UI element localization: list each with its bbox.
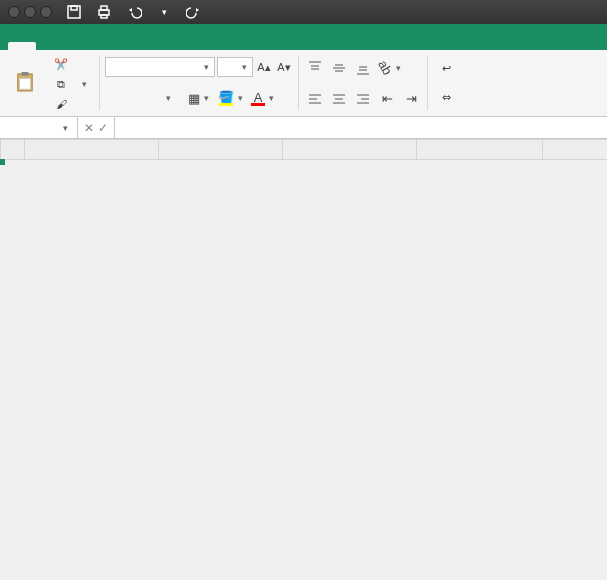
format-painter-button[interactable]: 🖌 (48, 94, 94, 114)
window-minimize-icon[interactable] (24, 6, 36, 18)
outdent-icon: ⇤ (382, 91, 393, 106)
chevron-down-icon: ▾ (78, 79, 90, 89)
copy-button[interactable]: ⧉▾ (48, 74, 94, 94)
svg-rect-7 (20, 78, 31, 89)
tab-developer[interactable] (218, 42, 246, 50)
align-left-button[interactable] (304, 88, 326, 110)
clipboard-icon (16, 73, 34, 91)
grid[interactable] (0, 139, 607, 160)
orientation-button[interactable]: ab▾ (376, 57, 406, 79)
redo-icon[interactable] (186, 4, 202, 20)
bold-button[interactable] (105, 87, 127, 109)
col-header-E[interactable] (543, 140, 608, 160)
increase-indent-button[interactable]: ⇥ (400, 88, 422, 110)
merge-button[interactable]: ⇔ (433, 88, 463, 108)
tab-page-layout[interactable] (68, 42, 96, 50)
tab-formulas[interactable] (98, 42, 126, 50)
svg-rect-6 (21, 72, 28, 76)
align-middle-button[interactable] (328, 57, 350, 79)
tab-insert[interactable] (38, 42, 66, 50)
undo-icon[interactable] (126, 4, 142, 20)
cancel-formula-icon[interactable]: ✕ (84, 121, 94, 135)
merge-icon: ⇔ (437, 89, 455, 107)
wrap-text-button[interactable]: ↩ (433, 59, 463, 79)
accept-formula-icon[interactable]: ✓ (98, 121, 108, 135)
align-top-button[interactable] (304, 57, 326, 79)
col-header-C[interactable] (283, 140, 417, 160)
decrease-indent-button[interactable]: ⇤ (376, 88, 398, 110)
svg-rect-1 (71, 6, 77, 10)
align-center-button[interactable] (328, 88, 350, 110)
select-all-corner[interactable] (1, 140, 25, 160)
ribbon-tabs (0, 24, 607, 50)
cut-button[interactable]: ✂️ (48, 54, 94, 74)
titlebar: ▾ (0, 0, 607, 24)
window-close-icon[interactable] (8, 6, 20, 18)
formula-bar-row: ▾ ✕ ✓ (0, 117, 607, 139)
print-icon[interactable] (96, 4, 112, 20)
chevron-down-icon: ▾ (200, 62, 212, 72)
col-header-D[interactable] (417, 140, 543, 160)
orientation-icon: ab (375, 57, 395, 77)
svg-rect-3 (101, 6, 107, 10)
save-icon[interactable] (66, 4, 82, 20)
underline-button[interactable]: ▾ (153, 87, 183, 109)
ribbon: ✂️ ⧉▾ 🖌 ▾ ▾ A▴ A▾ ▾ ▦▾ 🪣▾ A▾ ab▾ (0, 50, 607, 117)
font-color-button[interactable]: A▾ (249, 87, 279, 109)
scissors-icon: ✂️ (52, 55, 70, 73)
paste-button[interactable] (4, 52, 46, 114)
tab-view[interactable] (188, 42, 216, 50)
col-header-A[interactable] (25, 140, 159, 160)
tab-review[interactable] (158, 42, 186, 50)
font-name-select[interactable]: ▾ (105, 57, 215, 77)
svg-rect-0 (68, 6, 80, 18)
brush-icon: 🖌 (52, 95, 70, 113)
tab-data[interactable] (128, 42, 156, 50)
col-header-B[interactable] (159, 140, 283, 160)
align-right-button[interactable] (352, 88, 374, 110)
window-zoom-icon[interactable] (40, 6, 52, 18)
copy-icon: ⧉ (52, 75, 70, 93)
border-icon: ▦ (188, 91, 200, 106)
shrink-font-button[interactable]: A▾ (275, 58, 293, 76)
tab-home[interactable] (8, 42, 36, 50)
fill-color-button[interactable]: 🪣▾ (217, 87, 247, 109)
border-button[interactable]: ▦▾ (185, 87, 215, 109)
indent-icon: ⇥ (406, 91, 417, 106)
wrap-icon: ↩ (437, 60, 455, 78)
font-size-select[interactable]: ▾ (217, 57, 253, 77)
svg-rect-4 (101, 15, 107, 18)
align-bottom-button[interactable] (352, 57, 374, 79)
italic-button[interactable] (129, 87, 151, 109)
undo-dropdown-icon[interactable]: ▾ (156, 4, 172, 20)
chevron-down-icon: ▾ (238, 62, 250, 72)
grow-font-button[interactable]: A▴ (255, 58, 273, 76)
name-box[interactable]: ▾ (0, 117, 78, 138)
chevron-down-icon: ▾ (59, 123, 71, 133)
